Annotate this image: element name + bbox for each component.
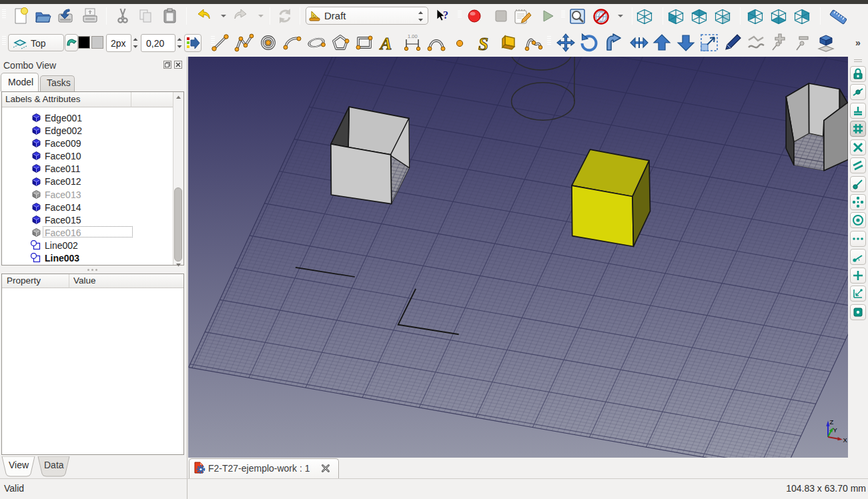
svg-text:?: ?: [443, 9, 448, 21]
svg-text:X: X: [843, 436, 848, 444]
svg-text:S: S: [478, 34, 488, 53]
svg-text:Y: Y: [833, 426, 838, 434]
svg-text:1.00: 1.00: [408, 33, 418, 39]
svg-text:Z: Z: [830, 418, 834, 426]
svg-text:A: A: [379, 34, 392, 53]
